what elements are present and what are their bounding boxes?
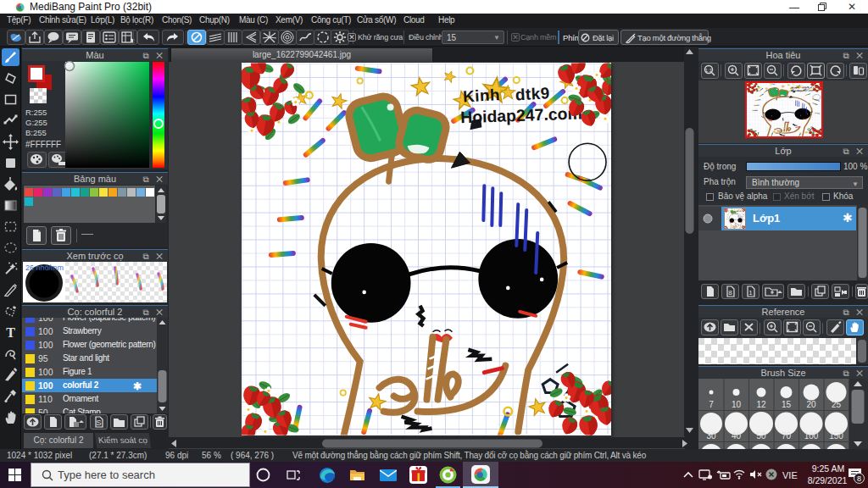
svg-text:20: 20: [806, 400, 816, 409]
svg-text:T: T: [6, 325, 15, 340]
svg-text:25: 25: [832, 400, 842, 409]
svg-text:12: 12: [756, 400, 766, 409]
svg-text:7: 7: [709, 400, 714, 409]
svg-text:100: 100: [804, 431, 819, 441]
svg-text:50: 50: [756, 431, 766, 441]
svg-text:1: 1: [748, 289, 753, 297]
svg-text:S: S: [96, 419, 101, 427]
svg-text:15: 15: [782, 400, 792, 409]
svg-text:26 nhỏ/mm: 26 nhỏ/mm: [25, 263, 64, 272]
svg-text:8: 8: [728, 289, 732, 297]
svg-text:10: 10: [732, 400, 742, 409]
svg-text:150: 150: [829, 431, 843, 441]
svg-text:1:1: 1:1: [705, 68, 713, 73]
svg-text:40: 40: [732, 431, 742, 441]
svg-text:70: 70: [782, 431, 792, 441]
svg-text:30: 30: [706, 431, 716, 441]
